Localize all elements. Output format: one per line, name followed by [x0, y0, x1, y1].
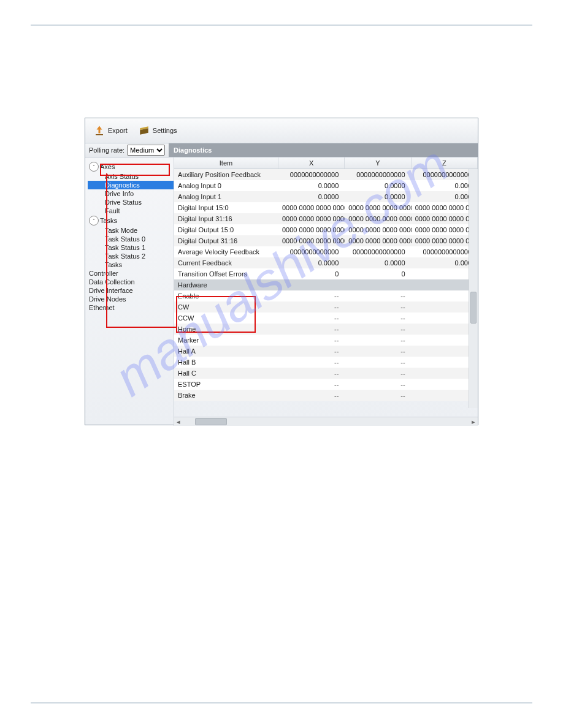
cell-x: -- [278, 314, 345, 322]
cell-z: 0.000 [412, 193, 478, 200]
tree-item-fault[interactable]: Fault [88, 207, 174, 215]
cell-y: -- [345, 392, 411, 399]
cell-z: 0000 0000 0000 000 [412, 215, 478, 222]
table-row: CCW---- [174, 313, 478, 324]
cell-x: -- [278, 325, 345, 333]
tree-item-drive-info[interactable]: Drive Info [88, 189, 174, 198]
table-row: Enable---- [174, 290, 478, 301]
col-y[interactable]: Y [345, 157, 411, 169]
cell-item: Digital Output 15:0 [174, 226, 278, 233]
cell-y: -- [345, 292, 411, 300]
col-x[interactable]: X [278, 157, 345, 169]
section-header: Hardware [174, 281, 278, 289]
tree-item-drive-status[interactable]: Drive Status [88, 198, 174, 207]
tree-label: Tasks [100, 217, 117, 224]
cell-item: Analog Input 0 [174, 182, 278, 189]
cell-y: 0000000000000 [345, 171, 411, 178]
cell-y: 0 [345, 270, 411, 278]
col-item[interactable]: Item [174, 157, 278, 169]
cell-y: -- [345, 314, 411, 322]
cell-z: 0.000 [412, 259, 478, 267]
export-icon [94, 125, 105, 136]
tree-item-diagnostics[interactable]: Diagnostics [88, 181, 174, 189]
diagnostics-grid: Item X Y Z Auxiliary Position Feedback00… [174, 157, 478, 426]
cell-item: Hall A [174, 347, 278, 355]
cell-z: 0000 0000 0000 000 [412, 204, 478, 211]
header-rule [31, 25, 532, 26]
cell-y: -- [345, 358, 411, 366]
cell-y: 00000000000000 [345, 248, 411, 256]
cell-x: 0000 0000 0000 0000 [278, 215, 345, 222]
subheader-row: Polling rate: Medium Diagnostics [85, 143, 478, 157]
cell-x: -- [278, 292, 345, 300]
cell-item: Enable [174, 292, 278, 300]
tree-item-drive-nodes[interactable]: Drive Nodes [88, 295, 174, 303]
cell-x: 0.0000 [278, 182, 345, 189]
scrollbar-thumb[interactable] [195, 418, 227, 425]
cell-item: CCW [174, 314, 278, 322]
table-row: Digital Output 31:160000 0000 0000 00000… [174, 235, 478, 246]
cell-y: 0000 0000 0000 0000 [345, 215, 411, 222]
toolbar: Export Settings [85, 118, 478, 143]
vertical-scrollbar[interactable] [469, 169, 478, 408]
cell-item: Hall B [174, 358, 278, 366]
table-row: Hall A---- [174, 346, 478, 357]
cell-x: 0.0000 [278, 193, 345, 200]
tree-view[interactable]: ˄ Axes Axis Status Diagnostics Drive Inf… [85, 157, 174, 426]
cell-item: Brake [174, 392, 278, 399]
cell-item: Average Velocity Feedback [174, 248, 278, 256]
table-row: Auxiliary Position Feedback0000000000000… [174, 169, 478, 180]
table-row: Hall B---- [174, 357, 478, 368]
table-row: Current Feedback0.00000.00000.000 [174, 257, 478, 268]
tree-item-task-mode[interactable]: Task Mode [88, 226, 174, 235]
cell-x: 0 [278, 270, 345, 278]
tree-node-tasks[interactable]: ˄ Tasks [88, 215, 174, 226]
cell-x: -- [278, 370, 345, 377]
scrollbar-thumb[interactable] [470, 292, 477, 324]
collapse-icon[interactable]: ˄ [89, 162, 99, 172]
polling-rate-select[interactable]: Medium [127, 145, 165, 156]
cell-y: 0000 0000 0000 0000 [345, 204, 411, 211]
tree-item-task-status-0[interactable]: Task Status 0 [88, 235, 174, 243]
cell-item: Marker [174, 336, 278, 344]
scroll-left-icon[interactable]: ◂ [174, 418, 183, 425]
settings-button[interactable]: Settings [135, 124, 181, 137]
cell-item: Digital Input 15:0 [174, 204, 278, 211]
polling-rate-label: Polling rate: [89, 146, 124, 154]
tree-node-axes[interactable]: ˄ Axes [88, 161, 174, 172]
export-button[interactable]: Export [90, 124, 131, 137]
cell-z: 0000000000000 [412, 248, 478, 256]
tree-label: Axes [100, 163, 115, 170]
tree-item-axis-status[interactable]: Axis Status [88, 172, 174, 181]
cell-x: -- [278, 358, 345, 366]
cell-x: -- [278, 336, 345, 344]
cell-item: Current Feedback [174, 259, 278, 267]
tree-item-tasks[interactable]: Tasks [88, 260, 174, 269]
cell-item: Home [174, 325, 278, 333]
cell-x: 0000 0000 0000 0000 [278, 237, 345, 245]
cell-z: 0.000 [412, 182, 478, 189]
scroll-right-icon[interactable]: ▸ [469, 418, 478, 425]
tree-item-ethernet[interactable]: Ethernet [88, 303, 174, 312]
tree-item-data-collection[interactable]: Data Collection [88, 278, 174, 286]
cell-item: ESTOP [174, 381, 278, 388]
cell-item: Digital Input 31:16 [174, 215, 278, 222]
cell-y: 0000 0000 0000 0000 [345, 226, 411, 233]
cell-x: -- [278, 392, 345, 399]
tree-item-task-status-1[interactable]: Task Status 1 [88, 243, 174, 252]
table-row: Digital Output 15:00000 0000 0000 000000… [174, 224, 478, 235]
tree-item-controller[interactable]: Controller [88, 269, 174, 278]
table-row: Hall C---- [174, 368, 478, 379]
tree-item-task-status-2[interactable]: Task Status 2 [88, 252, 174, 260]
tree-item-drive-interface[interactable]: Drive Interface [88, 286, 174, 295]
cell-z: 0000 0000 0000 000 [412, 226, 478, 233]
col-z[interactable]: Z [412, 157, 478, 169]
footer-rule [31, 702, 532, 703]
cell-y: 0.0000 [345, 259, 411, 267]
cell-y: 0.0000 [345, 193, 411, 200]
horizontal-scrollbar[interactable]: ◂ ▸ [174, 417, 478, 426]
cell-y: 0000 0000 0000 0000 [345, 237, 411, 245]
collapse-icon[interactable]: ˄ [89, 216, 99, 226]
cell-item: Digital Output 31:16 [174, 237, 278, 245]
settings-label: Settings [153, 127, 177, 134]
